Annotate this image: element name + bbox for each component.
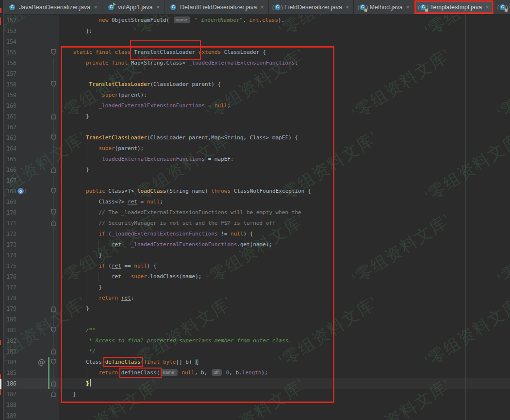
code-line[interactable]: } — [0, 250, 510, 261]
code-token: int — [249, 17, 259, 23]
code-line[interactable]: // SecurityManager is not set and the FS… — [0, 218, 510, 229]
code-line[interactable]: Class<?> ret = null; — [0, 197, 510, 207]
code-line[interactable] — [0, 68, 510, 79]
code-line[interactable]: public Class<?> loadClass(String name) t… — [0, 186, 510, 197]
code-line[interactable]: } — [0, 282, 510, 293]
code-line[interactable]: if (ret == null) { — [0, 261, 510, 271]
code-line[interactable]: } — [0, 378, 510, 389]
tab-defaultfielddeserializer-java[interactable]: CDefaultFieldDeserializer.java× — [165, 0, 269, 14]
code-line[interactable]: /** — [0, 325, 510, 336]
code-line[interactable]: _loadedExternalExtensionFunctions = null… — [0, 101, 510, 111]
code-line[interactable] — [0, 314, 510, 325]
code-line[interactable]: Class defineClass(final byte[] b) { — [0, 357, 510, 368]
code-token: = — [137, 199, 147, 205]
code-line[interactable] — [0, 122, 510, 133]
tab-label: JavaBeanDeserializer.java — [19, 4, 90, 11]
code-token: ; — [131, 295, 134, 301]
code-line[interactable]: */ — [0, 346, 510, 357]
code-token — [118, 370, 121, 376]
lock-badge-icon — [425, 9, 428, 12]
code-token: _loadedExternalExtensionFunctions — [112, 231, 218, 237]
code-line[interactable]: return defineClass(name: null, b, off: 0… — [0, 368, 510, 378]
close-icon[interactable]: × — [406, 4, 410, 10]
code-line[interactable]: TransletClassLoader(ClassLoader parent,M… — [0, 133, 510, 143]
code-line[interactable]: // The _loadedExternalExtensionFunctions… — [0, 207, 510, 218]
intellij-editor-window: { "tabbar": { "close_glyph": "×", "tabs"… — [0, 0, 510, 420]
code-line[interactable]: } — [0, 389, 510, 400]
code-token: } — [86, 380, 89, 386]
code-line[interactable] — [0, 36, 510, 47]
code-line[interactable]: } — [0, 303, 510, 314]
class-icon: C — [107, 3, 115, 11]
code-line[interactable] — [0, 175, 510, 186]
code-line[interactable]: _loadedExternalExtensionFunctions = mapE… — [0, 154, 510, 165]
code-token: ; — [227, 102, 230, 109]
code-token: ; — [295, 60, 298, 66]
close-icon[interactable]: × — [260, 4, 264, 10]
code-token: = mapEF; — [205, 156, 234, 162]
code-token: null — [134, 263, 147, 269]
code-token — [60, 370, 99, 376]
code-line[interactable]: if (_loadedExternalExtensionFunctions !=… — [0, 229, 510, 239]
code-token: , b. — [229, 370, 242, 376]
code-token: .loadClass(name); — [147, 273, 202, 280]
code-line[interactable]: private final Map<String,Class> _loadedE… — [0, 58, 510, 68]
code-token: /** — [60, 327, 96, 333]
code-token: loadClass — [137, 188, 166, 194]
code-token: ) { — [244, 231, 253, 237]
code-line[interactable] — [0, 400, 510, 410]
class-icon: C — [8, 3, 16, 11]
class-icon: C() — [419, 3, 427, 11]
code-token: ret — [112, 241, 121, 248]
code-token: throws — [211, 188, 230, 194]
code-token: } — [60, 167, 89, 173]
code-token: = — [205, 102, 214, 109]
code-token — [60, 188, 86, 194]
tab-label: vulApp1.java — [118, 4, 153, 11]
code-token: private final — [86, 60, 128, 66]
code-line[interactable]: super(parent); — [0, 90, 510, 101]
code-token: // The _loadedExternalExtensionFunctions… — [60, 209, 301, 216]
parameter-hint: off: — [212, 369, 222, 376]
tab-vulapp1-java[interactable]: CvulApp1.java× — [102, 0, 165, 14]
code-line[interactable]: TransletClassLoader(ClassLoader parent) … — [0, 79, 510, 90]
edge-mark — [0, 374, 1, 379]
class-icon: C() — [359, 3, 366, 11]
edge-mark — [0, 8, 1, 13]
code-line[interactable]: }; — [0, 26, 510, 36]
code-token: length — [242, 370, 262, 376]
tab-class[interactable]: C()Class× — [494, 0, 510, 14]
tab-javabeandeserializer-java[interactable]: CJavaBeanDeserializer.java× — [3, 0, 102, 14]
code-token — [60, 156, 99, 162]
close-icon[interactable]: × — [485, 4, 489, 10]
code-token — [60, 231, 99, 237]
code-token: class — [262, 17, 278, 23]
code-line[interactable]: super(parent); — [0, 143, 510, 154]
code-token: null — [214, 102, 228, 109]
code-token: ClassLoader { — [221, 49, 266, 55]
code-token: TransletClassLoader — [86, 134, 147, 141]
class-letter: C — [9, 4, 15, 10]
code-line[interactable] — [0, 410, 510, 420]
code-line[interactable]: new ObjectStreamField( name: "_indentNum… — [0, 15, 510, 26]
code-token: */ — [60, 348, 96, 354]
code-line[interactable]: ret = super.loadClass(name); — [0, 271, 510, 282]
code-line[interactable]: static final class TransletClassLoader e… — [0, 47, 510, 58]
tab-fielddeserializer-java[interactable]: C()FieldDeserializer.java× — [269, 0, 354, 14]
class-letter: C — [275, 4, 280, 10]
close-icon[interactable]: × — [345, 4, 349, 10]
code-token: null — [230, 231, 244, 237]
code-token: ) { — [147, 263, 157, 269]
code-token: (ClassLoader parent) { — [150, 81, 221, 87]
code-line[interactable]: } — [0, 111, 510, 122]
code-line[interactable]: return ret; — [0, 293, 510, 303]
tab-templatesimpl-java[interactable]: C()TemplatesImpl.java× — [414, 0, 494, 14]
close-icon[interactable]: × — [94, 4, 98, 10]
code-line[interactable]: } — [0, 165, 510, 175]
code-line[interactable]: ret = _loadedExternalExtensionFunctions.… — [0, 239, 510, 250]
code-line[interactable]: * Access to final protected superclass m… — [0, 336, 510, 346]
close-icon[interactable]: × — [156, 4, 160, 10]
code-token: ( — [105, 263, 112, 269]
code-token: == — [121, 263, 134, 269]
tab-method-java[interactable]: C()Method.java× — [354, 0, 414, 14]
